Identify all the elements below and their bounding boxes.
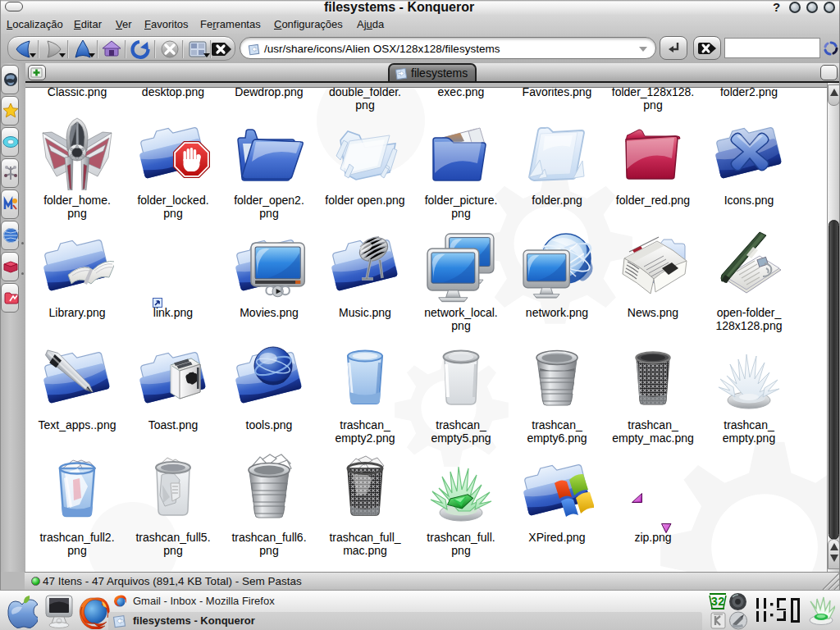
svg-text:32: 32 <box>711 596 725 609</box>
